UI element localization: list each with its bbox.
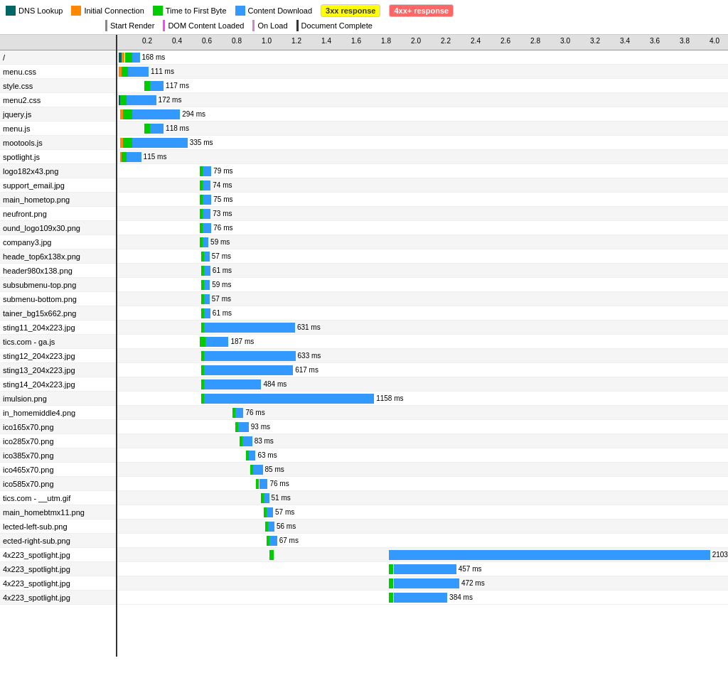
bar-download <box>268 522 274 532</box>
chart-row: 187 ms <box>117 335 728 349</box>
chart-row: 633 ms <box>117 349 728 363</box>
filename-row: lected-left-sub.png <box>0 519 116 534</box>
filename-row: ound_logo109x30.png <box>0 221 116 235</box>
filename-row: subsubmenu-top.png <box>0 278 116 292</box>
chart-row: 118 ms <box>117 122 728 136</box>
start-render-marker-label: Start Render <box>110 21 154 30</box>
filename-row: menu.js <box>0 122 116 136</box>
time-label-3.2: 3.2 <box>590 37 600 45</box>
chart-row: 115 ms <box>117 150 728 164</box>
filename-row: style.css <box>0 79 116 93</box>
chart-row: 59 ms <box>117 278 728 292</box>
bar-download <box>204 379 262 389</box>
bar-label: 59 ms <box>210 237 230 247</box>
document-complete-marker-swatch <box>296 20 299 31</box>
filename-row: sting11_204x223.jpg <box>0 321 116 335</box>
bar-download <box>235 408 244 418</box>
bar-label: 73 ms <box>213 209 232 219</box>
bar-label: 76 ms <box>245 408 264 418</box>
bar-label: 61 ms <box>213 308 232 318</box>
chart-row: 59 ms <box>117 235 728 249</box>
dom-content-loaded-marker-swatch <box>163 20 165 31</box>
bar-download <box>203 209 211 219</box>
chart-row: 73 ms <box>117 207 728 221</box>
marker-legend-document-complete: Document Complete <box>296 20 373 31</box>
chart-body: 168 ms111 ms117 ms172 ms294 ms118 ms335 … <box>117 50 728 605</box>
bar-label: 76 ms <box>213 223 232 233</box>
filename-row: 4x223_spotlight.jpg <box>0 591 116 605</box>
chart-row: 1158 ms <box>117 392 728 406</box>
bar-label: 294 ms <box>182 109 205 119</box>
chart-row: 472 ms <box>117 576 728 591</box>
bar-download <box>204 351 296 361</box>
on-load-marker-swatch <box>252 20 255 31</box>
chart-row: 617 ms <box>117 363 728 377</box>
filename-row: ico585x70.png <box>0 477 116 491</box>
bar-label: 75 ms <box>213 195 232 205</box>
chart-row: 76 ms <box>117 406 728 420</box>
filename-row: 4x223_spotlight.jpg <box>0 576 116 591</box>
bar-download <box>128 67 149 77</box>
time-label-0.4: 0.4 <box>172 37 182 45</box>
bar-download <box>127 152 141 162</box>
time-label-2.2: 2.2 <box>441 37 451 45</box>
bar-download <box>242 436 252 446</box>
time-label-1.2: 1.2 <box>291 37 301 45</box>
bar-download <box>394 578 459 588</box>
time-label-1.0: 1.0 <box>262 37 272 45</box>
bar-label: 172 ms <box>159 95 182 105</box>
ttfb-swatch <box>153 6 163 16</box>
marker-legend-dom-content-loaded: DOM Content Loaded <box>163 20 244 31</box>
bar-download <box>150 81 164 91</box>
chart-row: 57 ms <box>117 505 728 519</box>
chart-row: 57 ms <box>117 249 728 264</box>
time-label-0.6: 0.6 <box>202 37 212 45</box>
chart-row: 335 ms <box>117 136 728 150</box>
filename-row: support_email.jpg <box>0 178 116 193</box>
time-label-4.0: 4.0 <box>710 37 719 45</box>
bar-label: 631 ms <box>297 323 321 333</box>
filename-row: imulsion.png <box>0 392 116 406</box>
bar-label: 79 ms <box>213 166 232 176</box>
init-swatch <box>71 6 81 16</box>
bar-download <box>127 95 156 105</box>
bar-download <box>249 451 256 461</box>
bar-label: 61 ms <box>213 266 232 276</box>
badge-3xx: 3xx response <box>321 4 380 17</box>
bar-ttfb <box>123 138 132 148</box>
bar-label: 67 ms <box>279 536 299 546</box>
download-swatch <box>235 6 245 16</box>
time-label-0.8: 0.8 <box>232 37 242 45</box>
legend-item-ttfb: Time to First Byte <box>153 6 227 16</box>
filename-row: ico385x70.png <box>0 448 116 463</box>
document-complete-marker-label: Document Complete <box>301 21 373 30</box>
filename-row: 4x223_spotlight.jpg <box>0 548 116 562</box>
bar-download <box>204 280 210 290</box>
filename-row: ected-right-sub.png <box>0 534 116 548</box>
filename-row: logo182x43.png <box>0 164 116 178</box>
bar-download <box>259 479 268 489</box>
bar-download <box>132 53 140 63</box>
chart-row: 57 ms <box>117 292 728 306</box>
bar-label: 384 ms <box>449 593 473 603</box>
bar-label: 74 ms <box>213 181 232 190</box>
time-label-2.6: 2.6 <box>500 37 510 45</box>
filename-column: /menu.cssstyle.cssmenu2.cssjquery.jsmenu… <box>0 35 117 657</box>
bar-download <box>203 181 211 190</box>
chart-row: 384 ms <box>117 591 728 605</box>
filename-row: submenu-bottom.png <box>0 292 116 306</box>
bar-label: 85 ms <box>265 465 284 475</box>
bar-download <box>204 365 293 375</box>
on-load-marker-label: On Load <box>257 21 287 30</box>
chart-row: 61 ms <box>117 306 728 321</box>
time-label-0.2: 0.2 <box>142 37 152 45</box>
bar-ttfb <box>200 337 205 347</box>
filename-row: company3.jpg <box>0 235 116 249</box>
chart-row: 56 ms <box>117 519 728 534</box>
chart-row: 172 ms <box>117 93 728 107</box>
filename-row: / <box>0 50 116 65</box>
dns-swatch <box>6 6 16 16</box>
filename-row: ico285x70.png <box>0 434 116 448</box>
bar-label: 51 ms <box>272 493 291 503</box>
bar-label: 633 ms <box>298 351 321 361</box>
